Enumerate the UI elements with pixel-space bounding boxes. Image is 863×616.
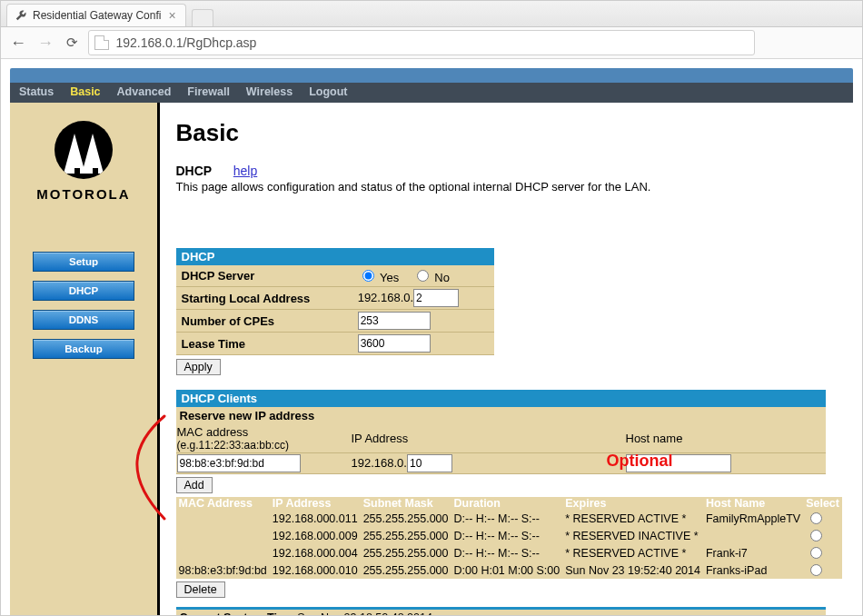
apply-button[interactable]: Apply <box>176 359 221 375</box>
system-time: Current System Time:Sun Nov 23 18:52:48 … <box>176 607 826 616</box>
select-cell <box>803 527 842 544</box>
table-cell: D:-- H:-- M:-- S:-- <box>451 510 563 527</box>
table-cell <box>176 510 270 527</box>
address-bar[interactable] <box>88 30 755 55</box>
table-row: 192.168.000.009255.255.255.000D:-- H:-- … <box>176 527 843 544</box>
menu-basic[interactable]: Basic <box>70 85 100 98</box>
browser-tab[interactable]: Residential Gateway Confi × <box>6 4 186 26</box>
yes-label: Yes <box>380 271 399 284</box>
forward-button: → <box>35 34 55 53</box>
host-input[interactable] <box>626 454 731 472</box>
table-cell: Sun Nov 23 19:52:40 2014 <box>562 561 703 579</box>
table-cell: 255.255.255.000 <box>361 510 451 527</box>
col-mask: Subnet Mask <box>361 497 451 510</box>
dhcp-server-no[interactable]: No <box>412 271 450 284</box>
table-cell: 192.168.000.011 <box>270 510 361 527</box>
table-row: 192.168.000.011255.255.255.000D:-- H:-- … <box>176 510 843 527</box>
table-cell <box>176 544 270 561</box>
sidebar: MOTOROLA Setup DHCP DDNS Backup <box>10 103 157 616</box>
row-select-radio[interactable] <box>810 530 822 541</box>
ip-prefix: 192.168.0. <box>352 456 407 470</box>
clients-table: MAC Address IP Address Subnet Mask Durat… <box>176 497 843 579</box>
no-label: No <box>434 271 450 284</box>
select-cell <box>803 544 842 561</box>
add-button[interactable]: Add <box>176 477 213 493</box>
col-ip: IP Address <box>270 497 361 510</box>
wrench-icon <box>15 9 27 22</box>
brand-text: MOTOROLA <box>36 186 130 202</box>
table-cell <box>703 527 803 544</box>
table-cell <box>176 527 270 544</box>
sidebar-item-backup[interactable]: Backup <box>33 339 134 359</box>
motorola-logo-icon <box>55 121 113 179</box>
menu-wireless[interactable]: Wireless <box>246 85 293 98</box>
sidebar-item-ddns[interactable]: DDNS <box>33 310 134 330</box>
mac-input[interactable] <box>177 454 301 472</box>
tab-title: Residential Gateway Confi <box>33 9 161 22</box>
dhcp-server-yes-radio[interactable] <box>362 270 374 282</box>
start-address-input[interactable] <box>413 289 459 307</box>
table-cell: 255.255.255.000 <box>361 544 451 561</box>
table-cell: * RESERVED ACTIVE * <box>562 544 703 561</box>
reserve-label: Reserve new IP address <box>176 407 826 424</box>
row-select-radio[interactable] <box>810 564 822 576</box>
start-address-prefix: 192.168.0. <box>358 291 413 304</box>
page-description: This page allows configuration and statu… <box>176 180 843 194</box>
menu-advanced[interactable]: Advanced <box>117 85 172 98</box>
top-blue-bar <box>10 68 853 83</box>
sidebar-item-setup[interactable]: Setup <box>33 252 134 272</box>
ip-label: IP Address <box>351 424 625 453</box>
table-cell: 255.255.255.000 <box>361 527 451 544</box>
systime-value: Sun Nov 23 18:52:48 2014 <box>297 611 432 616</box>
col-mac: MAC Address <box>176 497 270 510</box>
menu-logout[interactable]: Logout <box>309 85 347 98</box>
page-icon <box>94 35 109 50</box>
table-cell: Frank-i7 <box>703 544 803 561</box>
browser-toolbar: ← → ⟳ <box>1 27 862 59</box>
row-select-radio[interactable] <box>810 512 822 524</box>
table-row: 192.168.000.004255.255.255.000D:-- H:-- … <box>176 544 843 561</box>
cpes-label: Number of CPEs <box>176 310 352 333</box>
table-cell: D:00 H:01 M:00 S:00 <box>451 561 563 579</box>
col-host: Host Name <box>703 497 803 510</box>
table-cell: 192.168.000.010 <box>270 561 361 579</box>
menu-status[interactable]: Status <box>19 85 54 98</box>
lease-label: Lease Time <box>176 333 352 355</box>
reserve-table: MAC address (e.g.11:22:33:aa:bb:cc) IP A… <box>176 424 826 474</box>
reload-button[interactable]: ⟳ <box>63 35 81 51</box>
dhcp-config-table: DHCP DHCP Server Yes No Starting Local A… <box>176 248 494 355</box>
section-name: DHCP <box>176 164 213 178</box>
page-body: Status Basic Advanced Firewall Wireless … <box>1 59 862 616</box>
clients-table-header: MAC Address IP Address Subnet Mask Durat… <box>176 497 843 510</box>
row-select-radio[interactable] <box>810 547 822 559</box>
table-cell: D:-- H:-- M:-- S:-- <box>451 544 563 561</box>
delete-button[interactable]: Delete <box>176 581 225 598</box>
col-exp: Expires <box>562 497 703 510</box>
main-menu: Status Basic Advanced Firewall Wireless … <box>10 83 853 103</box>
ip-input[interactable] <box>407 454 452 472</box>
help-link[interactable]: help <box>233 164 257 178</box>
select-cell <box>803 561 842 579</box>
cpes-input[interactable] <box>358 312 431 330</box>
table-cell: Franks-iPad <box>703 561 803 579</box>
close-icon[interactable]: × <box>166 9 177 22</box>
systime-label: Current System Time: <box>180 611 298 616</box>
url-input[interactable] <box>114 35 749 51</box>
table-cell: * RESERVED INACTIVE * <box>562 527 703 544</box>
logo: MOTOROLA <box>36 121 130 202</box>
table-cell: 98:b8:e3:bf:9d:bd <box>176 561 270 579</box>
new-tab-button[interactable] <box>192 9 213 26</box>
mac-hint: (e.g.11:22:33:aa:bb:cc) <box>177 439 350 452</box>
menu-firewall[interactable]: Firewall <box>187 85 230 98</box>
page-title: Basic <box>176 119 843 147</box>
content: MOTOROLA Setup DHCP DDNS Backup Basic DH… <box>10 103 853 616</box>
lease-input[interactable] <box>358 334 431 353</box>
back-button[interactable]: ← <box>8 34 28 53</box>
clients-header: DHCP Clients <box>176 390 826 407</box>
tab-strip: Residential Gateway Confi × <box>1 1 862 27</box>
table-cell: D:-- H:-- M:-- S:-- <box>451 527 563 544</box>
dhcp-server-yes[interactable]: Yes <box>358 271 400 284</box>
col-select: Select <box>803 497 842 510</box>
dhcp-server-no-radio[interactable] <box>417 270 429 282</box>
sidebar-item-dhcp[interactable]: DHCP <box>33 281 134 301</box>
